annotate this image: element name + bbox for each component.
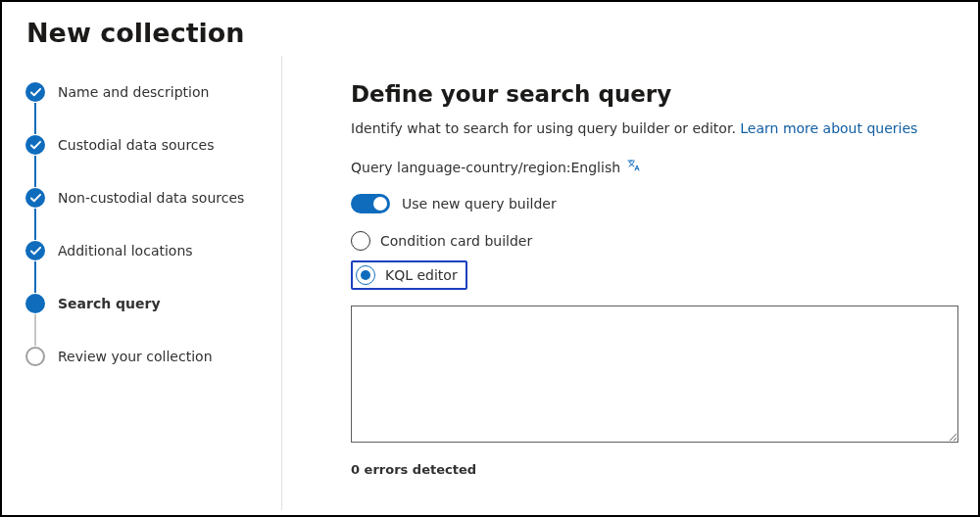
step-done-icon xyxy=(25,82,45,102)
step-done-icon xyxy=(25,135,45,155)
step-name-description[interactable]: Name and description xyxy=(25,81,262,103)
option-condition-builder[interactable]: Condition card builder xyxy=(351,231,949,251)
step-additional-locations[interactable]: Additional locations xyxy=(25,240,262,261)
radio-label: Condition card builder xyxy=(380,233,532,249)
use-new-query-builder-row: Use new query builder xyxy=(351,194,949,213)
step-review-collection[interactable]: Review your collection xyxy=(25,346,262,367)
section-heading: Define your search query xyxy=(351,81,949,107)
kql-editor-highlight: KQL editor xyxy=(351,260,467,290)
option-kql-editor[interactable]: KQL editor xyxy=(356,265,458,285)
radio-label: KQL editor xyxy=(385,267,458,283)
query-language-row: Query language-country/region: English xyxy=(351,158,949,176)
step-label: Non-custodial data sources xyxy=(58,190,244,206)
description-text: Identify what to search for using query … xyxy=(351,120,740,136)
wizard-frame: New collection Name and description Cust… xyxy=(0,0,980,517)
step-noncustodial-sources[interactable]: Non-custodial data sources xyxy=(25,187,262,209)
section-description: Identify what to search for using query … xyxy=(351,120,949,136)
step-search-query[interactable]: Search query xyxy=(25,293,262,314)
step-custodial-sources[interactable]: Custodial data sources xyxy=(25,134,262,156)
language-value: English xyxy=(571,160,621,175)
use-new-query-builder-toggle[interactable] xyxy=(351,194,390,213)
page-title: New collection xyxy=(2,2,978,56)
step-label: Additional locations xyxy=(58,243,193,258)
kql-editor-textarea[interactable] xyxy=(351,306,958,443)
errors-detected-text: 0 errors detected xyxy=(351,462,949,477)
radio-icon xyxy=(356,265,375,285)
step-current-icon xyxy=(25,294,45,313)
translate-icon[interactable] xyxy=(620,158,642,176)
step-done-icon xyxy=(25,241,45,260)
step-label: Review your collection xyxy=(58,349,213,364)
toggle-label: Use new query builder xyxy=(402,196,557,212)
language-label: Query language-country/region: xyxy=(351,160,570,175)
main-panel: Define your search query Identify what t… xyxy=(282,56,978,510)
step-label: Name and description xyxy=(58,84,209,100)
step-done-icon xyxy=(25,188,45,208)
body-row: Name and description Custodial data sour… xyxy=(2,56,978,510)
step-pending-icon xyxy=(25,347,45,366)
radio-icon xyxy=(351,231,370,251)
step-label: Custodial data sources xyxy=(58,137,214,153)
wizard-stepper: Name and description Custodial data sour… xyxy=(2,56,282,510)
learn-more-link[interactable]: Learn more about queries xyxy=(740,120,917,136)
step-label: Search query xyxy=(58,296,161,311)
